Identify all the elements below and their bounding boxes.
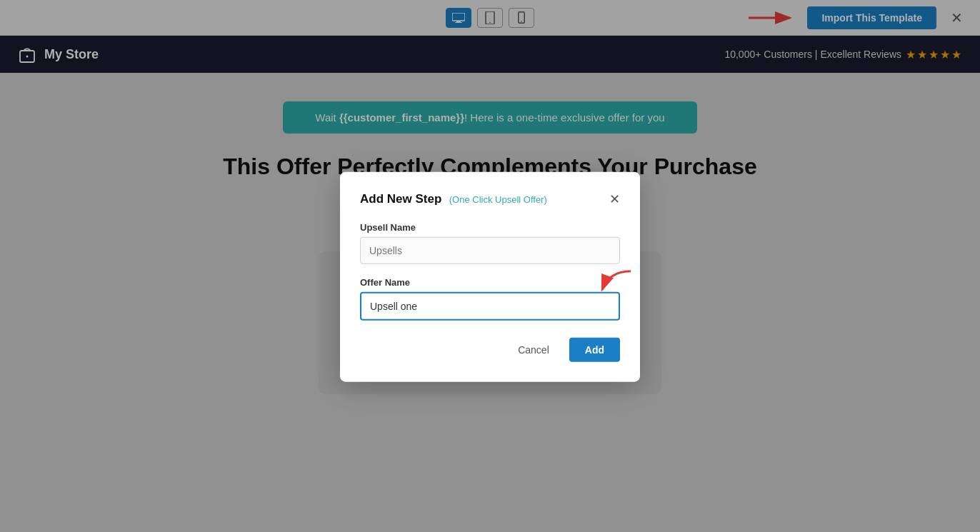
- upsell-name-group: Upsell Name: [360, 221, 620, 264]
- offer-name-label: Offer Name: [360, 276, 620, 287]
- offer-name-group: Offer Name: [360, 276, 620, 320]
- upsell-name-input[interactable]: [360, 236, 620, 264]
- add-button[interactable]: Add: [569, 337, 620, 361]
- modal-footer: Cancel Add: [360, 337, 620, 361]
- modal-title-group: Add New Step (One Click Upsell Offer): [360, 191, 547, 206]
- cancel-button[interactable]: Cancel: [506, 337, 561, 361]
- modal-header: Add New Step (One Click Upsell Offer) ✕: [360, 191, 620, 206]
- add-new-step-modal: Add New Step (One Click Upsell Offer) ✕ …: [340, 171, 640, 381]
- upsell-name-label: Upsell Name: [360, 221, 620, 232]
- modal-subtitle: (One Click Upsell Offer): [449, 194, 547, 204]
- offer-name-input[interactable]: [360, 291, 620, 320]
- modal-title: Add New Step: [360, 191, 441, 205]
- modal-close-button[interactable]: ✕: [609, 192, 620, 205]
- arrow-annotation-form: [595, 269, 634, 294]
